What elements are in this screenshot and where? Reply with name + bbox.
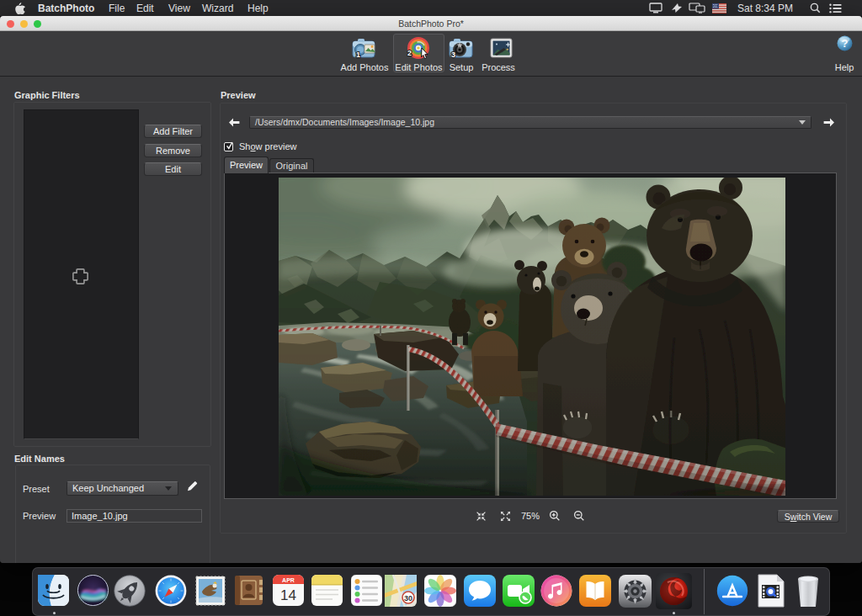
svg-text:?: ? [842,37,849,50]
svg-text:14: 14 [280,587,296,603]
svg-text:30: 30 [404,594,412,603]
svg-text:2: 2 [407,49,412,57]
svg-text:APR: APR [282,577,295,583]
svg-text:1: 1 [356,50,360,59]
svg-text:3: 3 [451,50,455,59]
